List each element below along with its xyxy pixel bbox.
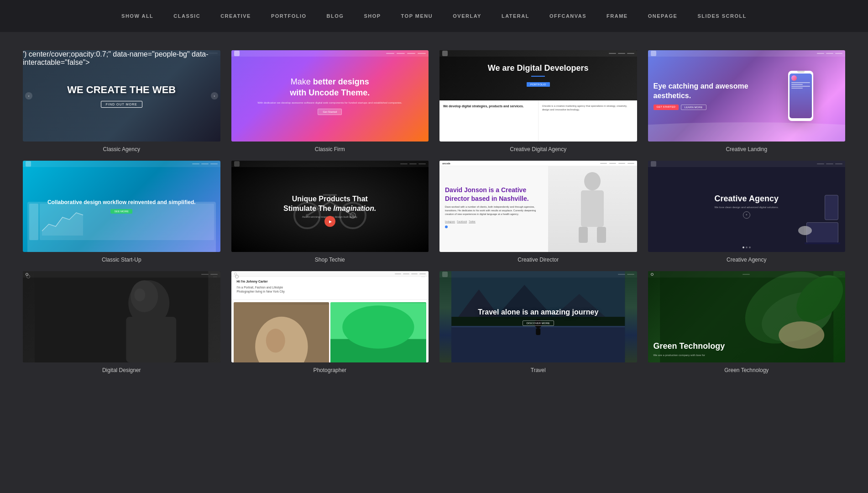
svg-rect-19	[126, 317, 176, 362]
accent-dot	[445, 226, 448, 228]
headline: Collaborative design workflow reinvented…	[47, 199, 196, 206]
phone-mockup	[788, 71, 813, 121]
svg-rect-11	[581, 190, 604, 227]
svg-rect-12	[579, 227, 588, 243]
gallery-item-digital-designer[interactable]: I'm a digital product designer. ⋯ Digita…	[23, 271, 220, 373]
twitter-link[interactable]: Twitter	[469, 220, 476, 223]
gallery-item-creative-agency[interactable]: Creative Agency We love clean design and…	[648, 161, 846, 263]
expand-button[interactable]: +	[743, 211, 750, 219]
nav-classic[interactable]: CLASSIC	[173, 11, 201, 21]
nav-link	[210, 163, 218, 164]
thumb-classic-firm: Make better designswith Uncode Theme. Wi…	[231, 50, 429, 142]
play-button[interactable]	[324, 216, 335, 227]
nav-link	[618, 274, 625, 275]
nav-link	[618, 53, 625, 54]
nav-onepage[interactable]: ONEPAGE	[647, 11, 679, 21]
nav-frame[interactable]: FRAME	[606, 11, 629, 21]
headline: Travel alone is an amazing journey	[478, 308, 598, 317]
mini-nav	[231, 271, 429, 277]
gallery-item-classic-agency[interactable]: ') center/cover;opacity:0.7;" data-name=…	[23, 50, 220, 152]
headline: Make better designswith Uncode Theme.	[257, 77, 402, 98]
nav-offcanvas[interactable]: OFFCANVAS	[549, 11, 587, 21]
gallery-item-creative-digital[interactable]: We are Digital Developers PORTFOLIO We d…	[439, 50, 637, 152]
nav-overlay[interactable]: OVERLAY	[452, 11, 482, 21]
secondary-button[interactable]: LEARN MORE	[681, 105, 706, 110]
dot-indicator	[746, 246, 748, 248]
nav-link	[409, 163, 417, 164]
intro-description: I'm a Portrait, Fashion and LifestylePho…	[237, 285, 424, 294]
svg-point-10	[584, 172, 601, 190]
nav-link	[201, 274, 209, 275]
prev-arrow[interactable]: ‹	[25, 92, 32, 100]
cta-button[interactable]: DISCOVER MORE	[523, 320, 554, 326]
gallery-label: Creative Agency	[648, 257, 846, 263]
svg-rect-13	[597, 227, 606, 243]
nav-link	[817, 163, 824, 164]
nav-link	[835, 53, 842, 54]
headline: David Jonson is a Creative Director base…	[445, 186, 543, 202]
headline-area: We are Digital Developers PORTFOLIO	[488, 63, 589, 87]
gallery-label: Creative Digital Agency	[439, 146, 637, 152]
person-silhouette	[574, 170, 611, 243]
gallery-label: Digital Designer	[23, 367, 220, 373]
mini-nav	[439, 50, 637, 57]
background	[23, 271, 220, 362]
facebook-link[interactable]: Facebook	[457, 220, 467, 223]
gallery-item-creative-director[interactable]: uncode David Jonson is a Creative Direct…	[439, 161, 637, 263]
mini-nav	[439, 271, 637, 278]
nav-blog[interactable]: BLOG	[326, 11, 345, 21]
nav-shop[interactable]: SHOP	[363, 11, 382, 21]
person-image	[548, 161, 637, 252]
primary-button[interactable]: GET STARTED	[654, 105, 679, 110]
gallery-item-travel[interactable]: Travel alone is an amazing journey DISCO…	[439, 271, 637, 373]
nav-slides-scroll[interactable]: SLIDES SCROLL	[696, 11, 748, 21]
nav-creative[interactable]: CREATIVE	[220, 11, 252, 21]
nav-show-all[interactable]: SHOW ALL	[120, 11, 154, 21]
gallery-label: Classic Start-Up	[23, 257, 220, 263]
nav-link	[395, 273, 401, 274]
screen-content	[790, 73, 812, 91]
cta-button[interactable]: PORTFOLIO	[527, 82, 550, 87]
subtext: Dave worked with a number of clients, bo…	[445, 205, 543, 216]
cta-button[interactable]: SEE MORE	[110, 209, 132, 214]
headline: Unique Products ThatStimulate The Imagin…	[283, 194, 376, 214]
mini-nav-links	[600, 163, 634, 164]
nav-link	[609, 163, 616, 164]
ph-line	[791, 86, 810, 87]
mini-logo: uncode	[442, 162, 450, 165]
instagram-link[interactable]: Instagram	[445, 220, 455, 223]
social-links: Instagram Facebook Twitter	[445, 220, 543, 223]
cta-button[interactable]: Get Started	[318, 109, 342, 115]
nav-top-menu[interactable]: TOP MENU	[400, 11, 434, 21]
gallery-item-photographer[interactable]: Hi I'm Johnny Carter I'm a Portrait, Fas…	[231, 271, 429, 373]
headline: Eye catching and awesome aesthetics.	[654, 82, 751, 101]
cta-button[interactable]: FIND OUT MORE	[101, 101, 142, 108]
nav-link	[411, 273, 418, 274]
thumb-creative-director: uncode David Jonson is a Creative Direct…	[439, 161, 637, 252]
mini-nav	[648, 161, 846, 167]
photo-cell-portrait	[234, 302, 329, 362]
mini-logo	[442, 51, 448, 56]
gallery-row-2: Collaborative design workflow reinvented…	[23, 161, 845, 263]
gallery-item-green-tech[interactable]: ⋯ Green Technology We are a production c…	[648, 271, 846, 373]
nav-lateral[interactable]: LATERAL	[501, 11, 530, 21]
gallery-item-shop-techie[interactable]: Unique Products ThatStimulate The Imagin…	[231, 161, 429, 263]
mini-logo	[651, 161, 656, 167]
gallery-item-classic-startup[interactable]: Collaborative design workflow reinvented…	[23, 161, 220, 263]
gallery-label: Shop Techie	[231, 257, 429, 263]
nav-link	[627, 53, 634, 54]
gallery-item-classic-firm[interactable]: Make better designswith Uncode Theme. Wi…	[231, 50, 429, 152]
nav-link	[743, 274, 750, 275]
nav-portfolio[interactable]: PORTFOLIO	[270, 11, 308, 21]
mini-nav	[23, 271, 220, 278]
gallery-item-creative-landing[interactable]: Eye catching and awesome aesthetics. GET…	[648, 50, 846, 152]
avatar	[791, 75, 797, 81]
corner-dot	[235, 275, 239, 278]
mini-nav-link	[386, 53, 394, 54]
gallery-row-1: ') center/cover;opacity:0.7;" data-name=…	[23, 50, 845, 152]
next-arrow[interactable]: ›	[211, 92, 218, 100]
thumb-green-tech: ⋯ Green Technology We are a production c…	[648, 271, 846, 362]
mini-logo	[26, 161, 31, 167]
bottom-section: We develop digital strategies, products …	[439, 100, 637, 142]
photo-cell-nature	[330, 302, 426, 362]
